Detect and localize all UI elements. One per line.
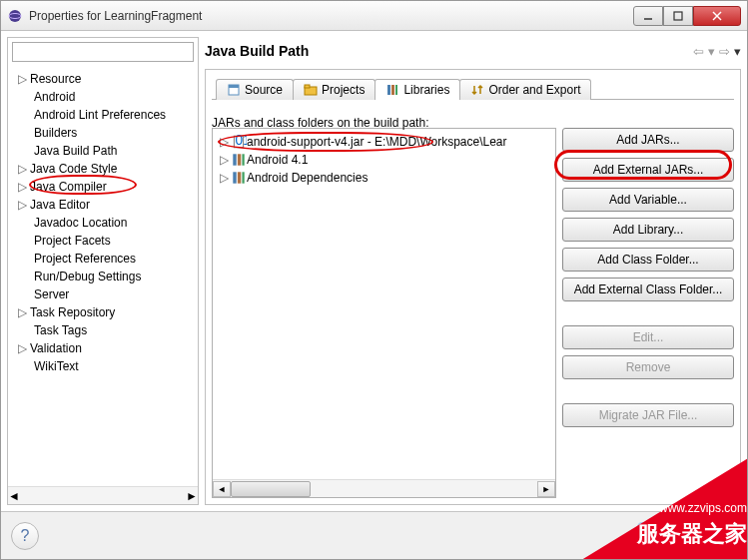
add-class-folder-button[interactable]: Add Class Folder... <box>562 248 734 272</box>
sidebar-item[interactable]: Java Build Path <box>8 142 198 160</box>
tab-label: Projects <box>322 83 365 97</box>
window-title: Properties for LearningFragment <box>29 9 633 23</box>
filter-input[interactable] <box>12 42 194 62</box>
migrate-jar-file-button: Migrate JAR File... <box>562 403 734 427</box>
page-title: Java Build Path <box>205 43 693 59</box>
tab-label: Source <box>245 83 283 97</box>
entry-label: Android Dependencies <box>247 171 368 185</box>
jar-tree-item[interactable]: ▷010android-support-v4.jar - E:\MDD\Work… <box>217 133 551 151</box>
tab-icon <box>227 83 241 97</box>
sidebar-item[interactable]: WikiText <box>8 357 198 375</box>
tab-libraries[interactable]: Libraries <box>374 79 460 100</box>
tab-icon <box>470 83 484 97</box>
category-tree[interactable]: ▷ResourceAndroidAndroid Lint Preferences… <box>8 66 198 486</box>
expand-icon: ▷ <box>16 180 28 194</box>
sidebar-item[interactable]: Builders <box>8 124 198 142</box>
maximize-button[interactable] <box>663 6 693 26</box>
sidebar-item-label: WikiText <box>32 359 79 373</box>
edit-button: Edit... <box>562 325 734 349</box>
add-jars-button[interactable]: Add JARs... <box>562 128 734 152</box>
jar-tree-item[interactable]: ▷Android 4.1 <box>217 151 551 169</box>
back-icon[interactable]: ⇦ <box>693 44 704 59</box>
sidebar-item[interactable]: ▷Java Code Style <box>8 160 198 178</box>
tab-projects[interactable]: Projects <box>293 79 375 100</box>
expand-icon: ▷ <box>217 135 231 149</box>
sidebar-item-label: Task Repository <box>28 305 115 319</box>
svg-rect-15 <box>233 154 236 165</box>
remove-button: Remove <box>562 355 734 379</box>
svg-rect-17 <box>242 154 244 165</box>
sidebar-item[interactable]: Project References <box>8 250 198 268</box>
tab-source[interactable]: Source <box>216 79 294 100</box>
sidebar-item[interactable]: ▷Java Editor <box>8 196 198 214</box>
svg-rect-19 <box>238 172 241 183</box>
svg-rect-7 <box>229 85 239 88</box>
library-icon <box>231 171 247 185</box>
sidebar-item-label: Project References <box>32 252 136 266</box>
jar-tree-scrollbar[interactable]: ◄► <box>213 479 555 497</box>
sidebar-item[interactable]: Server <box>8 285 198 303</box>
main-panel: Java Build Path ⇦ ▾ ⇨ ▾ SourceProjectsLi… <box>205 37 741 505</box>
tab-label: Libraries <box>403 83 449 97</box>
sidebar-item-label: Task Tags <box>32 323 87 337</box>
forward-dropdown-icon[interactable]: ▾ <box>734 44 741 59</box>
button-column: Add JARs...Add External JARs...Add Varia… <box>562 128 734 498</box>
sidebar-item[interactable]: Project Facets <box>8 232 198 250</box>
sidebar-item[interactable]: ▷Validation <box>8 339 198 357</box>
library-icon <box>231 153 247 167</box>
sidebar-item-label: Android Lint Preferences <box>32 108 166 122</box>
sidebar-item-label: Builders <box>32 126 77 140</box>
entry-label: android-support-v4.jar - E:\MDD\Workspac… <box>247 135 507 149</box>
sidebar-item-label: Validation <box>28 341 82 355</box>
jar-icon: 010 <box>231 135 247 149</box>
sidebar-scrollbar[interactable]: ◄► <box>8 486 198 504</box>
sidebar-item[interactable]: Android <box>8 88 198 106</box>
add-variable-button[interactable]: Add Variable... <box>562 188 734 212</box>
minimize-button[interactable] <box>633 6 663 26</box>
expand-icon: ▷ <box>217 171 231 185</box>
sidebar-item-label: Java Build Path <box>32 144 117 158</box>
close-button[interactable] <box>693 6 741 26</box>
tab-icon <box>304 83 318 97</box>
svg-rect-12 <box>395 85 397 95</box>
back-dropdown-icon[interactable]: ▾ <box>708 44 715 59</box>
tab-label: Order and Export <box>488 83 580 97</box>
sidebar-item-label: Javadoc Location <box>32 216 127 230</box>
expand-icon: ▷ <box>217 153 231 167</box>
svg-rect-3 <box>674 12 682 20</box>
sidebar-item-label: Project Facets <box>32 234 111 248</box>
svg-rect-9 <box>305 85 310 88</box>
expand-icon: ▷ <box>16 305 28 319</box>
sidebar-item-label: Java Editor <box>28 198 90 212</box>
entry-label: Android 4.1 <box>247 153 308 167</box>
sidebar-item[interactable]: Android Lint Preferences <box>8 106 198 124</box>
jar-tree[interactable]: ▷010android-support-v4.jar - E:\MDD\Work… <box>213 129 555 479</box>
ok-button[interactable]: OK <box>639 524 727 548</box>
eclipse-icon <box>7 8 23 24</box>
expand-icon: ▷ <box>16 162 28 176</box>
svg-rect-11 <box>391 85 394 95</box>
sidebar-item[interactable]: Javadoc Location <box>8 214 198 232</box>
title-bar: Properties for LearningFragment <box>1 1 747 31</box>
sidebar-item-label: Run/Debug Settings <box>32 270 141 283</box>
svg-rect-10 <box>387 85 390 95</box>
category-sidebar: ▷ResourceAndroidAndroid Lint Preferences… <box>7 37 199 505</box>
add-external-class-folder-button[interactable]: Add External Class Folder... <box>562 278 734 301</box>
add-external-jars-button[interactable]: Add External JARs... <box>562 158 734 182</box>
svg-text:010: 010 <box>236 134 247 148</box>
nav-icons: ⇦ ▾ ⇨ ▾ <box>693 44 741 59</box>
sidebar-item-label: Android <box>32 90 75 104</box>
svg-point-0 <box>9 10 21 22</box>
add-library-button[interactable]: Add Library... <box>562 218 734 242</box>
sidebar-item[interactable]: Task Tags <box>8 321 198 339</box>
svg-rect-18 <box>233 172 236 183</box>
jar-tree-item[interactable]: ▷Android Dependencies <box>217 169 551 187</box>
forward-icon[interactable]: ⇨ <box>719 44 730 59</box>
help-button[interactable]: ? <box>11 522 39 550</box>
sidebar-item[interactable]: Run/Debug Settings <box>8 268 198 285</box>
sidebar-item[interactable]: ▷Resource <box>8 70 198 88</box>
dialog-footer: ? OK <box>1 511 747 559</box>
tab-order-and-export[interactable]: Order and Export <box>459 79 591 100</box>
sidebar-item[interactable]: ▷Java Compiler <box>8 178 198 196</box>
sidebar-item[interactable]: ▷Task Repository <box>8 303 198 321</box>
